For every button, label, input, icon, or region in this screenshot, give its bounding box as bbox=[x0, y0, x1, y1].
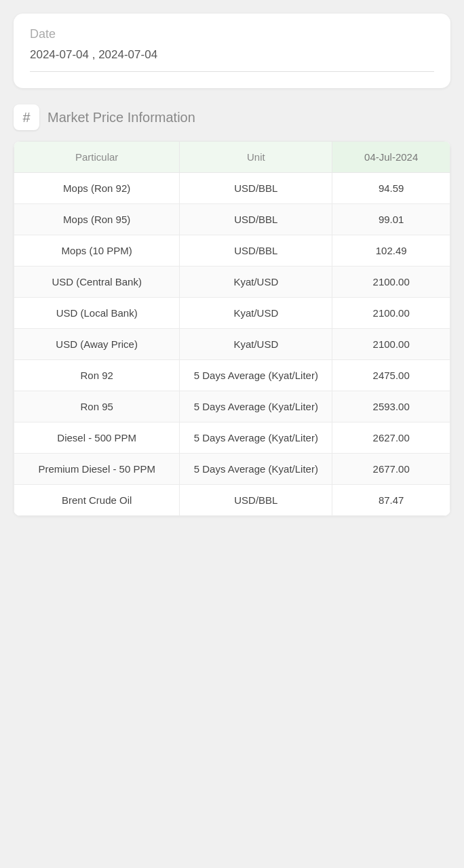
table-header-row: Particular Unit 04-Jul-2024 bbox=[14, 142, 450, 173]
cell-unit: 5 Days Average (Kyat/Liter) bbox=[180, 360, 332, 391]
market-price-table: Particular Unit 04-Jul-2024 Mops (Ron 92… bbox=[14, 141, 450, 516]
cell-unit: USD/BBL bbox=[180, 204, 332, 235]
cell-unit: 5 Days Average (Kyat/Liter) bbox=[180, 422, 332, 454]
cell-unit: 5 Days Average (Kyat/Liter) bbox=[180, 391, 332, 422]
header-date: 04-Jul-2024 bbox=[332, 142, 450, 173]
page-container: Date 2024-07-04 , 2024-07-04 # Market Pr… bbox=[0, 0, 464, 543]
cell-particular: Premium Diesel - 50 PPM bbox=[14, 454, 180, 485]
table-row: USD (Away Price)Kyat/USD2100.00 bbox=[14, 329, 450, 360]
table-row: Mops (10 PPM)USD/BBL102.49 bbox=[14, 235, 450, 267]
cell-unit: USD/BBL bbox=[180, 235, 332, 267]
header-particular: Particular bbox=[14, 142, 180, 173]
table-row: Brent Crude OilUSD/BBL87.47 bbox=[14, 485, 450, 516]
cell-value: 2677.00 bbox=[332, 454, 450, 485]
table-row: USD (Local Bank)Kyat/USD2100.00 bbox=[14, 298, 450, 329]
cell-particular: Ron 95 bbox=[14, 391, 180, 422]
cell-value: 2627.00 bbox=[332, 422, 450, 454]
cell-value: 2100.00 bbox=[332, 267, 450, 298]
table-row: Ron 925 Days Average (Kyat/Liter)2475.00 bbox=[14, 360, 450, 391]
cell-particular: Mops (Ron 95) bbox=[14, 204, 180, 235]
date-card: Date 2024-07-04 , 2024-07-04 bbox=[14, 14, 450, 88]
cell-value: 2100.00 bbox=[332, 329, 450, 360]
cell-particular: USD (Central Bank) bbox=[14, 267, 180, 298]
table-row: Mops (Ron 92)USD/BBL94.59 bbox=[14, 173, 450, 204]
cell-unit: USD/BBL bbox=[180, 173, 332, 204]
cell-particular: Ron 92 bbox=[14, 360, 180, 391]
cell-value: 87.47 bbox=[332, 485, 450, 516]
hash-icon: # bbox=[14, 104, 39, 130]
cell-particular: Diesel - 500 PPM bbox=[14, 422, 180, 454]
cell-value: 94.59 bbox=[332, 173, 450, 204]
table-row: Premium Diesel - 50 PPM5 Days Average (K… bbox=[14, 454, 450, 485]
cell-particular: USD (Local Bank) bbox=[14, 298, 180, 329]
date-value: 2024-07-04 , 2024-07-04 bbox=[30, 48, 434, 72]
cell-unit: Kyat/USD bbox=[180, 267, 332, 298]
market-section-title: Market Price Information bbox=[47, 110, 195, 125]
table-row: Ron 955 Days Average (Kyat/Liter)2593.00 bbox=[14, 391, 450, 422]
cell-value: 2593.00 bbox=[332, 391, 450, 422]
cell-particular: Mops (10 PPM) bbox=[14, 235, 180, 267]
cell-unit: Kyat/USD bbox=[180, 329, 332, 360]
cell-value: 2100.00 bbox=[332, 298, 450, 329]
market-section-header: # Market Price Information bbox=[14, 104, 450, 130]
cell-value: 2475.00 bbox=[332, 360, 450, 391]
cell-value: 102.49 bbox=[332, 235, 450, 267]
cell-value: 99.01 bbox=[332, 204, 450, 235]
cell-unit: 5 Days Average (Kyat/Liter) bbox=[180, 454, 332, 485]
header-unit: Unit bbox=[180, 142, 332, 173]
cell-particular: USD (Away Price) bbox=[14, 329, 180, 360]
cell-particular: Mops (Ron 92) bbox=[14, 173, 180, 204]
table-row: Diesel - 500 PPM5 Days Average (Kyat/Lit… bbox=[14, 422, 450, 454]
table-row: USD (Central Bank)Kyat/USD2100.00 bbox=[14, 267, 450, 298]
date-label: Date bbox=[30, 27, 434, 41]
cell-unit: USD/BBL bbox=[180, 485, 332, 516]
table-row: Mops (Ron 95)USD/BBL99.01 bbox=[14, 204, 450, 235]
cell-particular: Brent Crude Oil bbox=[14, 485, 180, 516]
cell-unit: Kyat/USD bbox=[180, 298, 332, 329]
